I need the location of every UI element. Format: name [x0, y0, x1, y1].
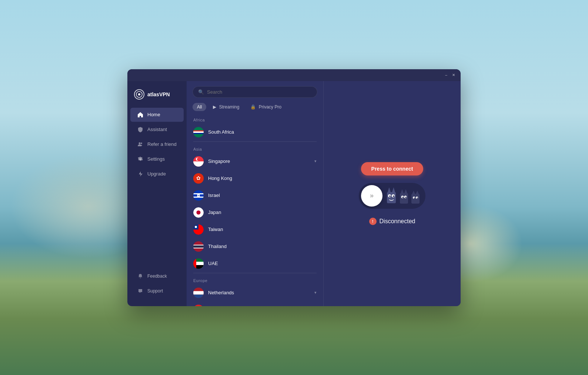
- flag-japan: [193, 207, 204, 218]
- list-item[interactable]: Japan: [190, 204, 320, 221]
- sidebar-item-settings[interactable]: Settings: [130, 152, 184, 166]
- list-item[interactable]: Taiwan: [190, 221, 320, 238]
- title-bar: – ✕: [127, 69, 461, 81]
- svg-point-50: [389, 195, 391, 197]
- tab-privacy-pro-label: Privacy Pro: [259, 104, 281, 110]
- connect-toggle[interactable]: »: [359, 183, 425, 209]
- people-icon: [137, 141, 144, 148]
- flag-thailand: [193, 241, 204, 252]
- monster-2: [399, 189, 409, 205]
- svg-point-18: [193, 190, 204, 201]
- svg-marker-60: [412, 191, 415, 194]
- tab-all[interactable]: All: [193, 103, 206, 111]
- logo: atlasVPN: [127, 84, 187, 107]
- status-text: Disconnected: [380, 218, 415, 225]
- nav-refer-label: Refer a friend: [147, 141, 177, 147]
- sidebar-item-upgrade[interactable]: Upgrade: [130, 167, 184, 181]
- monster-1: [385, 187, 397, 205]
- flag-hong-kong: ✿: [193, 173, 204, 184]
- flag-albania: 🦅: [193, 305, 204, 306]
- server-name-netherlands: Netherlands: [208, 290, 310, 295]
- gear-icon: [137, 156, 144, 163]
- flag-south-africa: [193, 127, 204, 137]
- svg-rect-8: [193, 130, 204, 131]
- home-icon: [137, 111, 144, 118]
- filter-tabs: All ▶ Streaming 🔒 Privacy Pro: [187, 101, 323, 115]
- section-europe: Europe: [190, 275, 320, 284]
- server-name-thailand: Thailand: [208, 244, 317, 249]
- svg-rect-10: [193, 131, 204, 133]
- nav-upgrade-label: Upgrade: [147, 171, 166, 177]
- logo-icon: [134, 89, 144, 100]
- chat-icon: [137, 288, 144, 294]
- tab-streaming-label: Streaming: [219, 104, 240, 110]
- minimize-button[interactable]: –: [444, 73, 449, 78]
- status-row: ! Disconnected: [369, 218, 415, 225]
- logo-text: atlasVPN: [147, 91, 170, 97]
- svg-point-1: [138, 93, 140, 96]
- svg-point-29: [195, 226, 197, 228]
- search-input[interactable]: [207, 89, 312, 95]
- svg-point-43: [193, 305, 204, 306]
- streaming-icon: ▶: [213, 104, 216, 110]
- sidebar-item-support[interactable]: Support: [130, 284, 184, 298]
- server-name-singapore: Singapore: [208, 158, 310, 164]
- tab-privacy-pro[interactable]: 🔒 Privacy Pro: [246, 103, 286, 111]
- svg-point-57: [402, 197, 404, 198]
- svg-marker-47: [392, 187, 395, 192]
- server-name-israel: Israel: [208, 192, 317, 198]
- svg-rect-38: [193, 258, 196, 269]
- svg-point-64: [414, 197, 415, 198]
- list-item[interactable]: Netherlands ▾: [190, 284, 320, 301]
- svg-rect-9: [193, 133, 204, 134]
- sidebar-item-refer[interactable]: Refer a friend: [130, 137, 184, 151]
- main-content: 🔍 All ▶ Streaming 🔒 Privacy Pro: [187, 69, 461, 306]
- list-item[interactable]: Singapore ▾: [190, 153, 320, 170]
- svg-marker-46: [388, 187, 391, 192]
- bolt-icon: [137, 171, 144, 177]
- search-icon: 🔍: [198, 89, 204, 95]
- list-item[interactable]: South Africa: [190, 124, 320, 141]
- press-to-connect-button[interactable]: Press to connect: [361, 162, 424, 175]
- svg-rect-52: [400, 193, 408, 204]
- server-name-uae: UAE: [208, 261, 317, 266]
- list-item[interactable]: 🦅 Albania: [190, 301, 320, 306]
- expand-icon-singapore: ▾: [314, 159, 317, 164]
- list-item[interactable]: Israel: [190, 187, 320, 204]
- nav-home-label: Home: [147, 112, 160, 117]
- shield-icon: [137, 126, 144, 133]
- bell-icon: [137, 273, 144, 279]
- close-button[interactable]: ✕: [451, 73, 456, 78]
- tab-all-label: All: [197, 104, 202, 110]
- svg-point-2: [139, 142, 141, 144]
- svg-rect-45: [387, 192, 396, 203]
- flag-singapore: [193, 156, 204, 167]
- divider-africa-asia: [193, 141, 317, 142]
- server-name-south-africa: South Africa: [208, 129, 317, 135]
- lock-icon: 🔒: [250, 104, 256, 110]
- list-item[interactable]: UAE: [190, 255, 320, 272]
- nav-assistant-label: Assistant: [147, 127, 167, 132]
- search-bar-wrap: 🔍: [187, 81, 323, 101]
- divider-asia-europe: [193, 273, 317, 273]
- status-indicator: !: [369, 218, 377, 225]
- tab-streaming[interactable]: ▶ Streaming: [208, 103, 244, 111]
- svg-rect-59: [411, 194, 420, 204]
- sidebar-bottom: Feedback Support: [127, 268, 187, 306]
- list-item[interactable]: ✿ Hong Kong: [190, 170, 320, 187]
- sidebar-item-assistant[interactable]: Assistant: [130, 123, 184, 137]
- svg-point-58: [405, 197, 407, 198]
- list-item[interactable]: Thailand: [190, 238, 320, 255]
- nav-feedback-label: Feedback: [147, 274, 167, 279]
- sidebar-item-feedback[interactable]: Feedback: [130, 269, 184, 283]
- server-panel: 🔍 All ▶ Streaming 🔒 Privacy Pro: [187, 81, 324, 306]
- svg-point-15: [197, 158, 199, 160]
- svg-point-65: [417, 197, 418, 198]
- sidebar-item-home[interactable]: Home: [130, 108, 184, 122]
- server-name-japan: Japan: [208, 210, 317, 215]
- right-panel: Press to connect »: [324, 81, 461, 306]
- flag-taiwan: [193, 224, 204, 235]
- svg-point-3: [141, 143, 142, 144]
- nav-items: Home Assistant: [127, 107, 187, 268]
- section-asia: Asia: [190, 144, 320, 153]
